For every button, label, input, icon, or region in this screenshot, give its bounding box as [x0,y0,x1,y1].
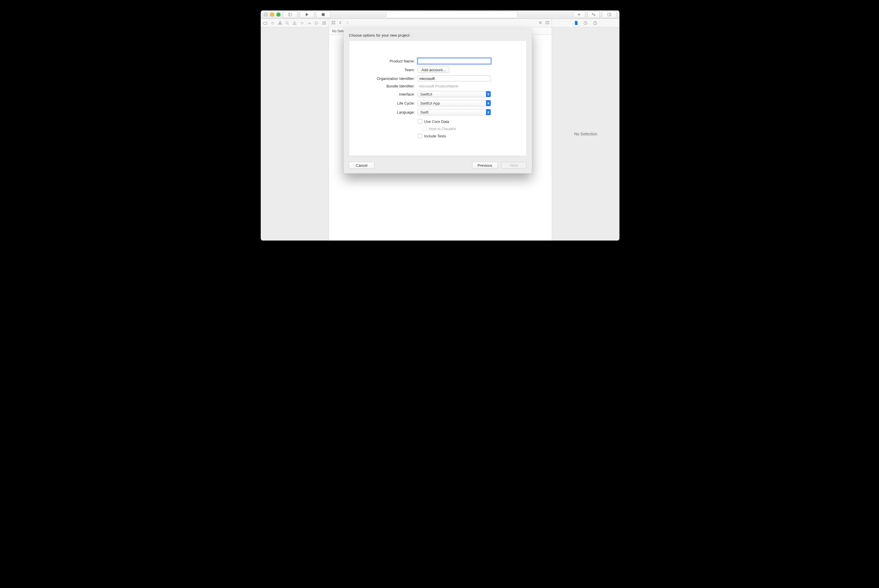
toggle-navigator-button[interactable] [283,11,298,18]
lifecycle-popup[interactable]: SwiftUI App [418,100,491,106]
navigator-content [261,27,329,240]
navigator-tabs [261,19,329,27]
svg-rect-0 [288,13,291,16]
include-tests-checkbox[interactable]: Include Tests [418,134,518,138]
previous-button[interactable]: Previous [472,162,497,169]
symbol-navigator-tab[interactable] [278,20,282,26]
project-navigator-tab[interactable] [263,20,267,26]
chevron-left-icon [338,21,343,25]
help-inspector-tab[interactable] [593,21,597,25]
checkbox-icon [422,126,427,131]
organization-identifier-input[interactable] [418,75,491,81]
cancel-button[interactable]: Cancel [349,162,374,169]
code-review-button[interactable] [588,11,600,18]
interface-label: Interface: [358,92,415,96]
split-icon [545,21,549,25]
svg-rect-8 [272,22,274,24]
interface-popup-value: SwiftUI [420,92,432,96]
related-items-button[interactable] [331,21,335,26]
svg-rect-17 [323,21,326,24]
bundle-identifier-value: microsoft.ProductName [418,84,458,88]
history-inspector-tab[interactable] [583,21,588,25]
zoom-window-button[interactable] [276,12,281,16]
gauge-icon [307,21,312,25]
inspector-body: No Selection [552,27,619,240]
report-navigator-tab[interactable] [322,20,326,26]
add-editor-button[interactable] [545,21,549,26]
plus-icon [577,12,581,16]
test-navigator-tab[interactable] [300,20,304,26]
language-popup-value: Swift [420,110,428,114]
scm-icon [270,21,275,25]
svg-rect-9 [279,21,281,22]
file-inspector-tab[interactable] [574,21,578,25]
lines-icon [538,21,542,25]
svg-rect-3 [322,14,325,16]
language-popup[interactable]: Swift [418,109,491,116]
svg-line-16 [310,23,310,24]
svg-rect-22 [332,23,333,24]
search-icon [285,21,290,25]
back-button[interactable] [338,21,343,26]
product-name-label: Product Name: [358,59,415,63]
clock-icon [583,21,588,25]
close-window-button[interactable] [264,12,268,16]
stop-button[interactable] [316,11,331,18]
org-id-label: Organization Identifier: [358,76,415,81]
stop-icon [321,12,325,16]
new-project-sheet: Choose options for your new project: Pro… [344,29,532,173]
xcode-window: No Selection No Selection Choose options… [261,10,619,240]
svg-rect-20 [332,21,333,22]
find-navigator-tab[interactable] [285,20,290,26]
stepper-arrows-icon [486,91,491,97]
sidebar-right-icon [607,12,611,16]
next-button: Next [501,162,527,169]
interface-popup[interactable]: SwiftUI [418,91,491,98]
breakpoint-icon [314,21,319,25]
inspector-pane: No Selection [552,19,619,240]
run-button[interactable] [300,11,314,18]
diamond-icon [300,21,304,25]
inspector-empty-label: No Selection [574,132,597,136]
use-core-data-label: Use Core Data [424,119,449,124]
stepper-arrows-icon [486,109,491,115]
minimize-window-button[interactable] [270,12,274,16]
forward-button[interactable] [345,21,349,26]
stepper-arrows-icon [486,100,491,106]
checkbox-icon [418,134,422,138]
sheet-title: Choose options for your new project: [349,33,527,38]
svg-rect-10 [278,24,279,24]
grid-icon [331,21,335,25]
bundle-id-label: Bundle Identifier: [358,84,415,88]
sheet-button-row: Cancel Previous Next [349,162,527,169]
document-icon [574,21,578,25]
activity-viewer[interactable] [386,11,517,18]
toggle-inspector-button[interactable] [602,11,616,18]
hierarchy-icon [278,21,282,25]
use-core-data-checkbox[interactable]: Use Core Data [418,119,518,124]
team-label: Team: [358,68,415,72]
product-name-input[interactable] [418,58,491,64]
svg-rect-21 [334,21,335,22]
svg-rect-11 [281,24,282,24]
editor-options-button[interactable] [538,21,542,26]
report-icon [322,21,326,25]
source-control-navigator-tab[interactable] [270,20,275,26]
debug-navigator-tab[interactable] [307,20,312,26]
library-button[interactable] [573,11,585,18]
lifecycle-popup-value: SwiftUI App [420,101,440,105]
traffic-lights [264,12,281,16]
svg-rect-23 [334,23,335,24]
play-icon [305,12,309,16]
svg-rect-6 [607,13,611,16]
issue-navigator-tab[interactable] [292,20,297,26]
chevron-right-icon [345,21,349,25]
arrows-left-right-icon [592,12,596,16]
language-label: Language: [358,110,415,114]
add-account-button[interactable]: Add account... [418,66,449,73]
warning-icon [292,21,297,25]
breakpoint-navigator-tab[interactable] [314,20,319,26]
titlebar [261,10,619,19]
checkbox-icon [418,119,422,124]
project-options-form: Product Name: Team: Add account... Organ… [358,58,518,138]
